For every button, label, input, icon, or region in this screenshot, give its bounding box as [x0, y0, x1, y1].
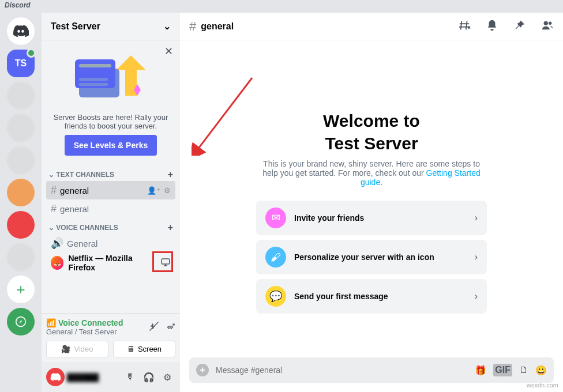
guild-item[interactable] [7, 243, 35, 271]
screen-button[interactable]: 🖥Screen [113, 341, 175, 357]
boost-text: Server Boosts are here! Rally your frien… [51, 113, 171, 130]
chevron-right-icon: › [475, 291, 478, 301]
svg-marker-1 [117, 55, 145, 96]
screen-icon: 🖥 [127, 345, 134, 353]
threads-icon[interactable] [458, 19, 471, 34]
guild-test-server[interactable]: TS [7, 50, 35, 77]
gift-icon[interactable]: 🎁 [475, 365, 486, 376]
sticker-icon[interactable]: 🗋 [519, 365, 528, 375]
svg-line-14 [461, 21, 462, 29]
welcome-title: Welcome toTest Server [323, 110, 420, 154]
category-text-channels[interactable]: ⌄ Text Channels + [46, 165, 175, 181]
voice-sub: General / Test Server [46, 327, 123, 336]
svg-point-20 [544, 21, 548, 25]
card-label: Personalize your server with an icon [294, 252, 467, 262]
mute-icon[interactable]: 🎙 [122, 369, 138, 385]
hash-icon: # [189, 19, 196, 34]
card-invite-friends[interactable]: ✉ Invite your friends › [256, 201, 487, 235]
compass-icon [15, 316, 27, 327]
invite-icon: ✉ [265, 208, 286, 228]
guild-item[interactable] [7, 82, 35, 110]
close-icon[interactable]: ✕ [164, 45, 173, 58]
card-personalize[interactable]: 🖌 Personalize your server with an icon › [256, 240, 487, 274]
svg-point-21 [549, 21, 552, 25]
channel-general[interactable]: # general [46, 199, 175, 218]
disconnect-icon[interactable] [165, 321, 175, 333]
main-content: # general Welcome toTest Server This is … [180, 13, 563, 392]
invite-icon[interactable]: 👤⁺ [147, 186, 160, 195]
screen-share-icon[interactable] [160, 257, 171, 269]
card-label: Send your first message [294, 292, 467, 301]
chevron-down-icon: ⌄ [48, 171, 54, 179]
card-first-message[interactable]: 💬 Send your first message › [256, 279, 487, 314]
attach-icon[interactable]: + [196, 364, 209, 376]
emoji-icon[interactable]: 😀 [535, 365, 547, 376]
chat-icon: 💬 [265, 286, 286, 307]
svg-rect-6 [79, 83, 108, 86]
firefox-icon: 🦊 [51, 256, 63, 270]
explore-button[interactable] [7, 308, 35, 336]
welcome-screen: Welcome toTest Server This is your brand… [180, 40, 563, 357]
noise-suppression-icon[interactable] [149, 321, 159, 333]
discord-icon [13, 23, 29, 39]
add-server-button[interactable]: + [7, 276, 35, 303]
voice-channel-general[interactable]: 🔊 General [46, 234, 175, 252]
speaker-icon: 🔊 [51, 237, 63, 250]
voice-status: 📶 Voice Connected [46, 318, 123, 327]
category-voice-channels[interactable]: ⌄ Voice Channels + [46, 218, 175, 234]
guild-list: TS + [0, 13, 42, 392]
guild-item[interactable] [7, 179, 35, 206]
channel-name: general [60, 204, 89, 214]
svg-rect-5 [79, 78, 108, 81]
channel-name: General [67, 239, 97, 248]
pin-icon[interactable] [513, 19, 526, 34]
home-button[interactable] [7, 17, 35, 45]
gif-icon[interactable]: GIF [493, 364, 512, 376]
chevron-right-icon: › [475, 252, 478, 262]
guild-item[interactable] [7, 211, 35, 239]
svg-rect-4 [79, 64, 111, 67]
add-channel-icon[interactable]: + [168, 169, 173, 180]
chevron-right-icon: › [475, 213, 478, 223]
server-name: Test Server [51, 21, 100, 32]
add-channel-icon[interactable]: + [168, 223, 173, 233]
boost-art [51, 50, 171, 113]
welcome-desc: This is your brand new, shiny server. He… [256, 159, 487, 187]
discord-icon [50, 372, 61, 382]
voice-panel: 📶 Voice Connected General / Test Server … [42, 313, 180, 362]
hash-icon: # [51, 203, 57, 215]
signal-icon: 📶 [46, 318, 56, 327]
svg-line-23 [197, 78, 252, 150]
hash-icon: # [51, 184, 57, 197]
svg-rect-8 [162, 259, 170, 264]
card-label: Invite your friends [294, 213, 467, 223]
activity-row[interactable]: 🦊 Netflix — Mozilla Firefox [46, 252, 175, 273]
gear-icon[interactable]: ⚙ [164, 186, 171, 195]
server-header[interactable]: Test Server ⌄ [42, 13, 180, 40]
activity-title: Netflix — Mozilla Firefox [68, 254, 156, 272]
channel-sidebar: Test Server ⌄ ✕ Server Boosts are here! … [42, 13, 180, 392]
boost-banner: ✕ Server Boosts are here! Rally your fri… [42, 40, 180, 165]
chevron-down-icon: ⌄ [48, 224, 54, 232]
message-input[interactable] [216, 365, 468, 375]
video-icon: 🎥 [61, 345, 70, 353]
video-button[interactable]: 🎥Video [46, 341, 108, 357]
channel-name: general [60, 186, 89, 195]
avatar[interactable] [46, 368, 65, 386]
titlebar: Discord [0, 0, 563, 13]
guild-item[interactable] [7, 146, 35, 174]
settings-gear-icon[interactable]: ⚙ [159, 369, 175, 385]
svg-line-15 [466, 21, 467, 29]
username: ██████ [67, 373, 120, 382]
channel-general[interactable]: # general 👤⁺ ⚙ [46, 181, 175, 199]
channel-title: general [201, 21, 234, 32]
watermark: wsxdn.com [527, 382, 558, 389]
voice-status-indicator [27, 48, 36, 58]
notification-icon[interactable] [486, 19, 498, 34]
deafen-icon[interactable]: 🎧 [141, 369, 157, 385]
boost-button[interactable]: See Levels & Perks [65, 135, 157, 156]
channel-header: # general [180, 13, 563, 40]
members-icon[interactable] [541, 19, 554, 34]
guild-item[interactable] [7, 114, 35, 142]
chevron-down-icon: ⌄ [163, 21, 171, 32]
